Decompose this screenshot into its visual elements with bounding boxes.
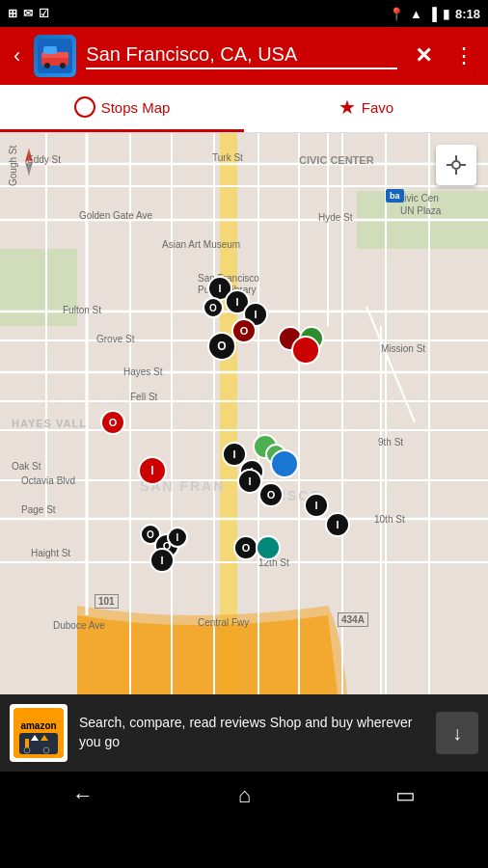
stop-marker-9[interactable] (291, 336, 320, 365)
menu-button[interactable]: ⋮ (449, 40, 478, 72)
wifi-icon: ▲ (410, 7, 422, 21)
stops-map-icon (74, 96, 95, 118)
location-button[interactable] (436, 145, 476, 185)
tab-stops-map[interactable]: Stops Map (0, 85, 244, 132)
map-area[interactable]: Eddy St Turk St CIVIC CENTER Gough St Go… (0, 133, 488, 694)
tab-bar: Stops Map ★ Favo (0, 85, 488, 133)
signal-icon: ▐ (428, 7, 437, 21)
back-button[interactable]: ‹ (10, 40, 24, 72)
ad-banner: amazon Search, compare, read reviews Sho… (0, 694, 488, 772)
tab-favorites[interactable]: ★ Favo (244, 85, 488, 132)
stop-marker-18[interactable]: O (258, 482, 284, 507)
tab-stops-map-label: Stops Map (101, 99, 171, 116)
stop-marker-26[interactable]: I (167, 527, 188, 548)
compass (12, 145, 46, 179)
civic-center-badge: ba (386, 189, 404, 203)
svg-point-3 (44, 63, 50, 68)
recents-nav-button[interactable]: ▭ (376, 775, 435, 816)
battery-icon: ▮ (443, 7, 449, 21)
svg-text:amazon: amazon (20, 720, 56, 731)
clear-button[interactable]: ✕ (407, 40, 440, 72)
ad-text: Search, compare, read reviews Shop and b… (79, 714, 424, 751)
city-title: San Francisco, CA, USA (86, 43, 397, 69)
stop-marker-10[interactable]: O (100, 410, 125, 435)
svg-rect-7 (0, 249, 77, 326)
favorites-star-icon: ★ (339, 95, 356, 119)
stop-marker-6[interactable]: O (207, 332, 236, 361)
mail-icon: ✉ (23, 7, 33, 20)
svg-point-46 (24, 747, 30, 753)
location-pin-icon: 📍 (389, 7, 404, 21)
stop-marker-16[interactable] (270, 449, 299, 478)
svg-rect-5 (43, 46, 57, 54)
svg-rect-9 (220, 133, 237, 694)
stop-marker-20[interactable]: I (325, 512, 350, 537)
app-icon (34, 35, 76, 77)
grid-icon: ⊞ (8, 7, 17, 20)
status-icons-right: 📍 ▲ ▐ ▮ 8:18 (389, 7, 480, 21)
home-nav-button[interactable]: ⌂ (219, 775, 270, 816)
status-bar: ⊞ ✉ ☑ 📍 ▲ ▐ ▮ 8:18 (0, 0, 488, 27)
time-display: 8:18 (455, 7, 480, 21)
svg-point-37 (452, 161, 460, 169)
svg-point-47 (43, 747, 49, 753)
download-icon: ↓ (452, 722, 462, 745)
stop-marker-3[interactable]: O (203, 297, 224, 318)
ad-download-button[interactable]: ↓ (436, 712, 478, 754)
stop-marker-5[interactable]: O (231, 318, 257, 343)
stop-marker-25[interactable] (256, 535, 281, 560)
ad-icon: amazon (10, 704, 68, 762)
stop-marker-23[interactable]: I (149, 548, 175, 573)
app-header: ‹ San Francisco, CA, USA ✕ ⋮ (0, 27, 488, 85)
stop-marker-19[interactable]: I (304, 493, 329, 518)
svg-point-4 (60, 63, 66, 68)
status-icons-left: ⊞ ✉ ☑ (8, 7, 49, 20)
tab-favorites-label: Favo (362, 99, 393, 116)
stop-marker-11[interactable]: I (138, 456, 167, 485)
bottom-nav: ← ⌂ ▭ (0, 772, 488, 820)
checkbox-icon: ☑ (39, 7, 49, 20)
back-nav-button[interactable]: ← (53, 775, 113, 816)
